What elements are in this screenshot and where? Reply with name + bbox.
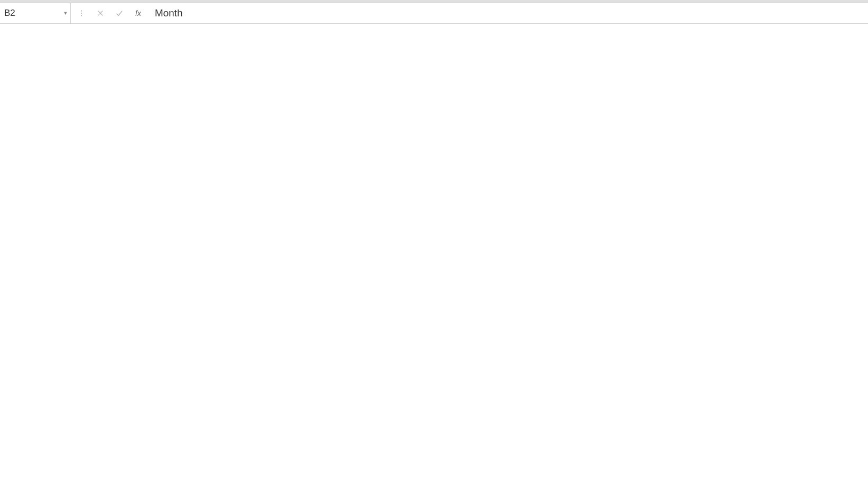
name-box-dropdown-icon[interactable]: ▼ [61,3,70,23]
fx-label[interactable]: fx [132,9,144,17]
cancel-icon[interactable] [94,7,107,20]
svg-point-1 [81,13,82,14]
formula-input[interactable] [148,3,868,23]
confirm-icon[interactable] [113,7,126,20]
svg-point-0 [81,11,82,12]
name-box-wrapper: ▼ [0,3,71,23]
name-box[interactable] [0,5,61,22]
formula-bar: ▼ fx [0,3,868,24]
dots-icon[interactable] [75,7,88,20]
formula-bar-buttons: fx [71,3,148,23]
svg-point-2 [81,15,82,16]
